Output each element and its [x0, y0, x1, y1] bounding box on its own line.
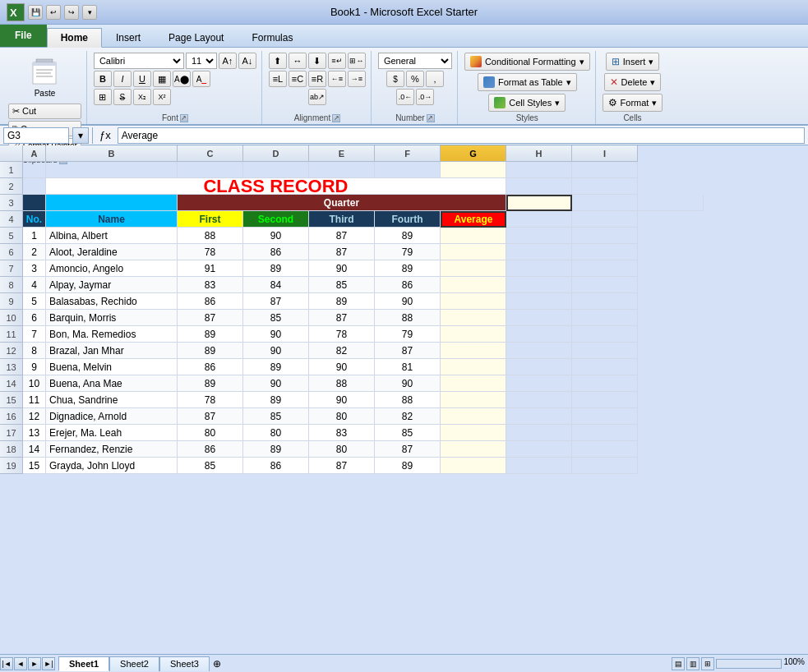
cell-e16[interactable]: 80 — [309, 408, 375, 425]
cell-g8[interactable] — [441, 277, 506, 293]
cell-a6[interactable]: 2 — [23, 244, 46, 260]
cell-f19[interactable]: 89 — [375, 458, 441, 474]
decrease-indent-btn[interactable]: ←≡ — [328, 71, 346, 87]
cell-a17[interactable]: 13 — [23, 425, 46, 441]
cell-i14[interactable] — [572, 375, 638, 392]
page-break-btn[interactable]: ⊞ — [701, 657, 714, 670]
cell-h15[interactable] — [506, 392, 572, 408]
cell-i10[interactable] — [572, 310, 638, 326]
cell-e7[interactable]: 90 — [309, 260, 375, 277]
cell-e10[interactable]: 87 — [309, 310, 375, 326]
font-size-select[interactable]: 11 — [186, 53, 217, 69]
row-num-17[interactable]: 17 — [0, 425, 23, 441]
merge-btn[interactable]: ⊞↔ — [348, 53, 366, 69]
cell-g14[interactable] — [441, 375, 506, 392]
cell-i19[interactable] — [572, 458, 638, 474]
save-quick-btn[interactable]: 💾 — [28, 5, 43, 20]
row-num-4[interactable]: 4 — [0, 211, 23, 228]
cell-i9[interactable] — [572, 293, 638, 310]
orientation-btn[interactable]: ab↗ — [308, 89, 326, 105]
percent-btn[interactable]: % — [406, 71, 424, 87]
cell-b18[interactable]: Fernandez, Renzie — [46, 441, 178, 458]
cell-a7[interactable]: 3 — [23, 260, 46, 277]
row-num-15[interactable]: 15 — [0, 392, 23, 408]
cell-i2[interactable] — [572, 178, 638, 195]
cell-c13[interactable]: 86 — [178, 359, 243, 375]
cell-e15[interactable]: 90 — [309, 392, 375, 408]
format-as-table-btn[interactable]: Format as Table ▾ — [478, 73, 577, 91]
cell-c1[interactable] — [178, 162, 243, 178]
formula-input[interactable]: Average — [118, 127, 805, 144]
cell-h19[interactable] — [506, 458, 572, 474]
cell-b11[interactable]: Bon, Ma. Remedios — [46, 326, 178, 343]
cell-i6[interactable] — [572, 244, 638, 260]
cell-b10[interactable]: Barquin, Morris — [46, 310, 178, 326]
row-num-2[interactable]: 2 — [0, 178, 23, 195]
row-num-3[interactable]: 3 — [0, 195, 23, 211]
cell-f17[interactable]: 85 — [375, 425, 441, 441]
cell-e8[interactable]: 85 — [309, 277, 375, 293]
fill-color-btn[interactable]: A⬤ — [173, 71, 191, 87]
cell-h7[interactable] — [506, 260, 572, 277]
cell-d15[interactable]: 89 — [243, 392, 309, 408]
cell-f13[interactable]: 81 — [375, 359, 441, 375]
delete-btn[interactable]: ✕ Delete ▾ — [604, 73, 662, 91]
cell-d1[interactable] — [243, 162, 309, 178]
first-sheet-btn[interactable]: |◄ — [0, 657, 13, 670]
cell-a4[interactable]: No. — [23, 211, 46, 228]
col-header-f[interactable]: F — [375, 145, 441, 162]
row-num-1[interactable]: 1 — [0, 162, 23, 178]
cell-f14[interactable]: 90 — [375, 375, 441, 392]
align-bottom-btn[interactable]: ⬇ — [308, 53, 326, 69]
cell-f9[interactable]: 90 — [375, 293, 441, 310]
cell-h13[interactable] — [506, 359, 572, 375]
row-num-7[interactable]: 7 — [0, 260, 23, 277]
format-btn[interactable]: ⚙ Format ▾ — [603, 94, 663, 112]
cell-d4[interactable]: Second — [243, 211, 309, 228]
cell-quarter[interactable]: Quarter — [178, 195, 506, 211]
cell-g9[interactable] — [441, 293, 506, 310]
cell-c10[interactable]: 87 — [178, 310, 243, 326]
cell-b13[interactable]: Buena, Melvin — [46, 359, 178, 375]
cell-f1[interactable] — [375, 162, 441, 178]
cell-e17[interactable]: 83 — [309, 425, 375, 441]
row-num-5[interactable]: 5 — [0, 228, 23, 244]
row-num-6[interactable]: 6 — [0, 244, 23, 260]
cell-c17[interactable]: 80 — [178, 425, 243, 441]
wrap-text-btn[interactable]: ≡↵ — [328, 53, 346, 69]
redo-quick-btn[interactable]: ↪ — [64, 5, 79, 20]
cell-c14[interactable]: 89 — [178, 375, 243, 392]
cell-a11[interactable]: 7 — [23, 326, 46, 343]
superscript-btn[interactable]: X² — [153, 89, 171, 105]
cell-d18[interactable]: 89 — [243, 441, 309, 458]
cell-i8[interactable] — [572, 277, 638, 293]
row-num-18[interactable]: 18 — [0, 441, 23, 458]
cell-a19[interactable]: 15 — [23, 458, 46, 474]
comma-btn[interactable]: , — [426, 71, 444, 87]
cell-f6[interactable]: 79 — [375, 244, 441, 260]
cell-c7[interactable]: 91 — [178, 260, 243, 277]
cell-class-record[interactable]: CLASS RECORD — [46, 178, 506, 195]
align-left-btn[interactable]: ≡L — [269, 71, 287, 87]
cell-e14[interactable]: 88 — [309, 375, 375, 392]
font-expand[interactable]: ↗ — [180, 114, 188, 122]
cell-h3[interactable] — [572, 195, 638, 211]
cell-f7[interactable]: 89 — [375, 260, 441, 277]
cell-g4[interactable]: Average — [441, 211, 506, 228]
col-header-g[interactable]: G — [441, 145, 506, 162]
cell-f4[interactable]: Fourth — [375, 211, 441, 228]
cell-b15[interactable]: Chua, Sandrine — [46, 392, 178, 408]
cell-c19[interactable]: 85 — [178, 458, 243, 474]
cell-a14[interactable]: 10 — [23, 375, 46, 392]
number-expand[interactable]: ↗ — [427, 114, 435, 122]
cell-e6[interactable]: 87 — [309, 244, 375, 260]
cell-i17[interactable] — [572, 425, 638, 441]
sheet-tab-3[interactable]: Sheet3 — [159, 656, 210, 671]
cell-i3[interactable] — [638, 195, 704, 211]
bold-btn[interactable]: B — [94, 71, 112, 87]
cell-b7[interactable]: Amoncio, Angelo — [46, 260, 178, 277]
col-header-b[interactable]: B — [46, 145, 178, 162]
cell-e5[interactable]: 87 — [309, 228, 375, 244]
cell-e1[interactable] — [309, 162, 375, 178]
cell-g15[interactable] — [441, 392, 506, 408]
